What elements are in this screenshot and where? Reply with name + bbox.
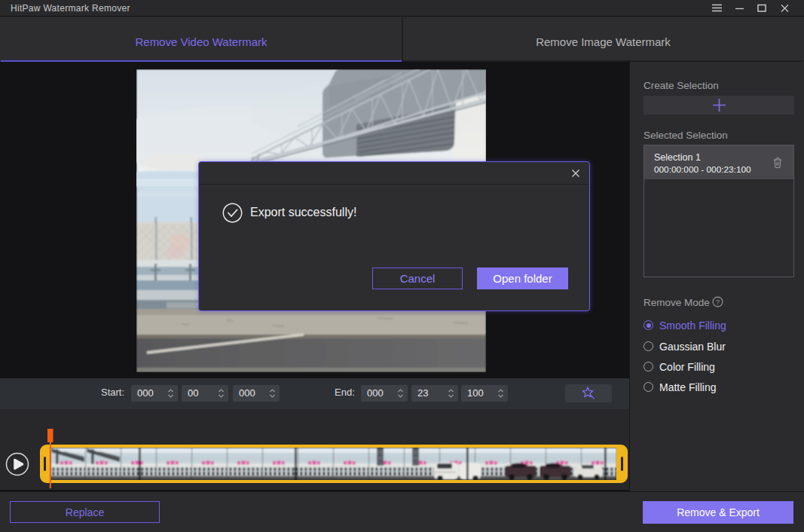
svg-text:?: ? <box>716 298 720 306</box>
